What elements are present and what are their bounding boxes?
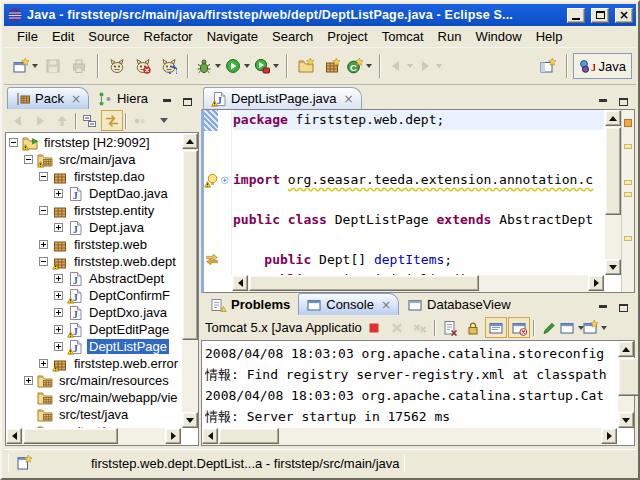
tree-item-src-test-java[interactable]: src/test/java	[7, 406, 181, 423]
open-perspective-button[interactable]	[535, 53, 561, 79]
minimize-button[interactable]	[567, 8, 585, 23]
nav-forward-button[interactable]	[29, 110, 51, 131]
save-button[interactable]	[40, 53, 66, 79]
view-menu-button[interactable]	[151, 110, 173, 131]
maximize-view-button[interactable]	[179, 95, 195, 109]
run-button[interactable]	[223, 53, 252, 79]
scroll-left-button[interactable]	[232, 275, 248, 291]
minimize-view-button[interactable]	[595, 95, 611, 109]
tree-item-dept-java[interactable]: JDept.java	[7, 219, 181, 236]
dropdown-arrow-icon[interactable]	[273, 64, 279, 68]
remove-all-terminated-button[interactable]	[409, 317, 431, 338]
menu-window[interactable]: Window	[468, 27, 528, 46]
minimize-view-button[interactable]	[159, 95, 175, 109]
menu-run[interactable]: Run	[431, 27, 469, 46]
dropdown-arrow-icon[interactable]	[407, 64, 413, 68]
menu-help[interactable]: Help	[529, 27, 570, 46]
folding-ruler[interactable]	[220, 110, 232, 275]
expander-minus[interactable]	[39, 257, 48, 266]
tree-item-firststep-web-dept[interactable]: firststep.web.dept	[7, 253, 181, 270]
expander-minus[interactable]	[39, 206, 48, 215]
menu-edit[interactable]: Edit	[45, 27, 81, 46]
display-console-button[interactable]	[561, 317, 583, 338]
dropdown-arrow-icon[interactable]	[32, 64, 38, 68]
close-button[interactable]: ×	[615, 8, 633, 23]
overview-ruler[interactable]	[621, 110, 634, 292]
open-console-button[interactable]	[584, 317, 606, 338]
tree-item-depteditpage[interactable]: JDeptEditPage	[7, 321, 181, 338]
scroll-thumb[interactable]	[618, 358, 640, 396]
menu-search[interactable]: Search	[265, 27, 320, 46]
scroll-down-button[interactable]	[182, 412, 198, 428]
scroll-right-button[interactable]	[165, 428, 181, 444]
dropdown-arrow-icon[interactable]	[215, 64, 221, 68]
dropdown-arrow-icon[interactable]	[366, 64, 372, 68]
tree-item-deptdao-java[interactable]: JDeptDao.java	[7, 185, 181, 202]
tomcat-restart-button[interactable]	[156, 53, 182, 79]
tree-item-src-main-webapp-vie[interactable]: src/main/webapp/vie	[7, 389, 181, 406]
clear-console-button[interactable]	[439, 317, 461, 338]
tree-item-firststep-dao[interactable]: firststep.dao	[7, 168, 181, 185]
scroll-thumb[interactable]	[605, 127, 621, 215]
forward-button[interactable]	[415, 53, 444, 79]
expander-plus[interactable]	[54, 308, 63, 317]
tab-console[interactable]: Console×	[298, 293, 399, 315]
tree-item-firststep-web[interactable]: firststep.web	[7, 236, 181, 253]
maximize-view-button[interactable]	[615, 95, 631, 109]
scroll-up-button[interactable]	[618, 341, 634, 357]
java-perspective-button[interactable]: JJava	[573, 53, 632, 79]
scroll-right-button[interactable]	[601, 428, 617, 444]
scroll-right-button[interactable]	[588, 275, 604, 291]
tab-pack[interactable]: Pack×	[7, 87, 89, 109]
expander-plus[interactable]	[39, 359, 48, 368]
new-java-project-button[interactable]	[293, 53, 319, 79]
overview-warning-marker[interactable]	[624, 192, 632, 197]
filters-button[interactable]	[129, 110, 151, 131]
external-tools-button[interactable]	[252, 53, 281, 79]
nav-up-button[interactable]	[51, 110, 73, 131]
expander-plus[interactable]	[54, 189, 63, 198]
scroll-left-button[interactable]	[6, 428, 22, 444]
terminate-button[interactable]	[363, 317, 385, 338]
expander-plus[interactable]	[54, 274, 63, 283]
scroll-up-button[interactable]	[605, 110, 621, 126]
scroll-thumb[interactable]	[219, 428, 279, 444]
scroll-thumb[interactable]	[182, 150, 198, 340]
new-java-class-button[interactable]: C	[345, 53, 374, 79]
expander-minus[interactable]	[24, 155, 33, 164]
menu-tomcat[interactable]: Tomcat	[375, 27, 431, 46]
tree-item-src-main-resources[interactable]: src/main/resources	[7, 372, 181, 389]
pin-console-button[interactable]	[538, 317, 560, 338]
maximize-view-button[interactable]	[615, 301, 631, 315]
overview-warning-marker[interactable]	[624, 236, 632, 241]
console-horizontal-scrollbar[interactable]	[202, 428, 617, 445]
overview-occurrence-marker[interactable]	[624, 119, 632, 127]
overview-warning-marker[interactable]	[624, 144, 632, 149]
tab-problems[interactable]: Problems	[203, 293, 298, 315]
nav-back-button[interactable]	[7, 110, 29, 131]
minimize-view-button[interactable]	[595, 301, 611, 315]
expander-plus[interactable]	[54, 342, 63, 351]
tab-deptlistpage-java[interactable]: JDeptListPage.java×	[203, 87, 362, 109]
scroll-thumb[interactable]	[23, 428, 118, 444]
tab-close-icon[interactable]: ×	[71, 93, 81, 105]
show-on-stdout-button[interactable]	[485, 317, 507, 338]
maximize-button[interactable]	[591, 8, 609, 23]
expander-plus[interactable]	[54, 291, 63, 300]
tree-item-deptlistpage[interactable]: JDeptListPage	[7, 338, 181, 355]
console-vertical-scrollbar[interactable]	[618, 341, 634, 428]
annotation-ruler[interactable]	[204, 110, 220, 275]
dropdown-arrow-icon[interactable]	[244, 64, 250, 68]
menu-file[interactable]: File	[10, 27, 45, 46]
overview-warning-marker[interactable]	[624, 180, 632, 185]
editor-horizontal-scrollbar[interactable]	[232, 275, 604, 292]
link-with-editor-button[interactable]	[101, 110, 123, 131]
tab-close-icon[interactable]: ×	[381, 299, 391, 311]
expander-plus[interactable]	[54, 223, 63, 232]
tree-item-deptconfirmf[interactable]: JDeptConfirmF	[7, 287, 181, 304]
scroll-down-button[interactable]	[605, 259, 621, 275]
tree-horizontal-scrollbar[interactable]	[6, 428, 181, 445]
tab-close-icon[interactable]: ×	[344, 93, 354, 105]
menu-refactor[interactable]: Refactor	[137, 27, 200, 46]
scroll-left-button[interactable]	[202, 428, 218, 444]
